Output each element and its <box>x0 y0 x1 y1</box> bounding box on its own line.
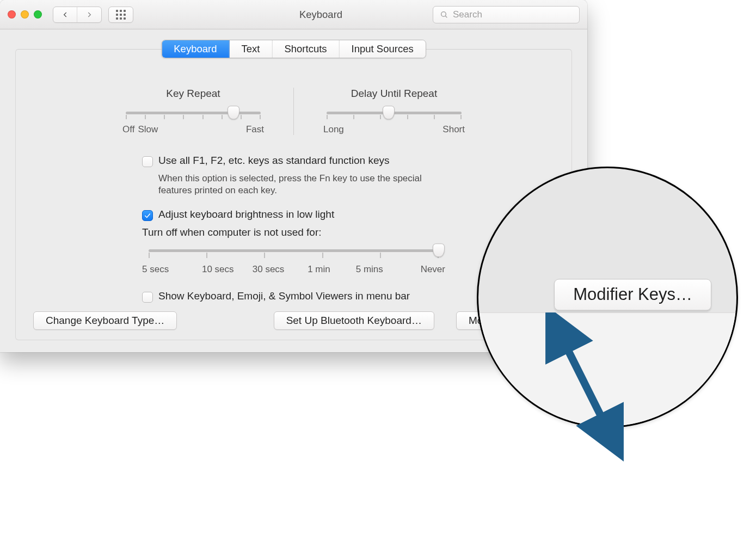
delay-short-label: Short <box>442 124 465 135</box>
key-repeat-title: Key Repeat <box>120 88 266 100</box>
delay-title: Delay Until Repeat <box>321 88 467 100</box>
option-fn-keys-label: Use all F1, F2, etc. keys as standard fu… <box>158 155 390 167</box>
delay-long-label: Long <box>323 124 344 135</box>
key-repeat-off-label: Off <box>122 124 134 135</box>
close-window-button[interactable] <box>8 10 16 19</box>
setup-bluetooth-keyboard-button[interactable]: Set Up Bluetooth Keyboard… <box>274 311 434 330</box>
show-all-button[interactable] <box>108 7 133 23</box>
idle-stop-5s: 5 secs <box>142 264 193 275</box>
key-repeat-slider[interactable] <box>126 112 261 114</box>
back-button[interactable] <box>53 7 77 22</box>
window-title: Keyboard <box>242 9 400 21</box>
idle-stop-10s: 10 secs <box>193 264 243 275</box>
nav-back-forward <box>53 7 102 23</box>
slider-thumb[interactable] <box>433 243 445 257</box>
option-fn-keys-desc: When this option is selected, press the … <box>142 169 445 206</box>
slider-divider <box>293 88 294 135</box>
option-brightness-label: Adjust keyboard brightness in low light <box>158 208 334 220</box>
idle-off-label: Turn off when computer is not used for: <box>142 223 445 247</box>
delay-until-repeat-block: Delay Until Repeat Long Short <box>321 88 467 135</box>
delay-slider[interactable] <box>327 112 462 114</box>
slider-thumb[interactable] <box>383 106 395 119</box>
key-repeat-fast-label: Fast <box>246 124 264 135</box>
change-keyboard-type-button[interactable]: Change Keyboard Type… <box>33 311 177 330</box>
svg-point-0 <box>441 11 446 16</box>
pane-tabs: Keyboard Text Shortcuts Input Sources <box>161 40 426 58</box>
tab-keyboard[interactable]: Keyboard <box>162 40 229 58</box>
checkbox[interactable] <box>142 156 153 167</box>
window-controls <box>8 10 42 19</box>
option-show-viewers[interactable]: Show Keyboard, Emoji, & Symbol Viewers i… <box>142 290 445 303</box>
checkbox[interactable] <box>142 292 153 303</box>
idle-stop-30s: 30 secs <box>243 264 294 275</box>
key-repeat-slow-label: Slow <box>138 124 158 135</box>
zoom-window-button[interactable] <box>34 10 42 19</box>
idle-stop-1m: 1 min <box>294 264 345 275</box>
search-placeholder: Search <box>453 9 482 20</box>
idle-stop-5m: 5 mins <box>344 264 395 275</box>
option-fn-keys[interactable]: Use all F1, F2, etc. keys as standard fu… <box>142 155 445 167</box>
minimize-window-button[interactable] <box>21 10 29 19</box>
idle-stop-never: Never <box>395 264 445 275</box>
search-icon <box>440 10 448 19</box>
svg-line-1 <box>445 16 447 17</box>
tab-input-sources[interactable]: Input Sources <box>340 40 426 58</box>
zoom-callout: Modifier Keys… <box>477 167 738 428</box>
apps-grid-icon <box>109 7 133 22</box>
idle-stops: 5 secs 10 secs 30 secs 1 min 5 mins Neve… <box>142 264 445 275</box>
key-repeat-block: Key Repeat Off Slow Fast <box>120 88 266 135</box>
option-brightness[interactable]: Adjust keyboard brightness in low light <box>142 208 445 221</box>
zoom-modifier-keys-button: Modifier Keys… <box>554 279 711 310</box>
search-field[interactable]: Search <box>433 6 580 23</box>
bottom-buttons: Change Keyboard Type… Set Up Bluetooth K… <box>33 311 554 330</box>
idle-slider[interactable] <box>149 249 439 252</box>
tab-text[interactable]: Text <box>229 40 272 58</box>
forward-button[interactable] <box>77 7 101 22</box>
option-show-viewers-label: Show Keyboard, Emoji, & Symbol Viewers i… <box>158 290 410 302</box>
tab-shortcuts[interactable]: Shortcuts <box>272 40 339 58</box>
checkbox[interactable] <box>142 210 153 221</box>
window-titlebar: Keyboard Search <box>0 0 587 29</box>
slider-thumb[interactable] <box>228 106 239 119</box>
